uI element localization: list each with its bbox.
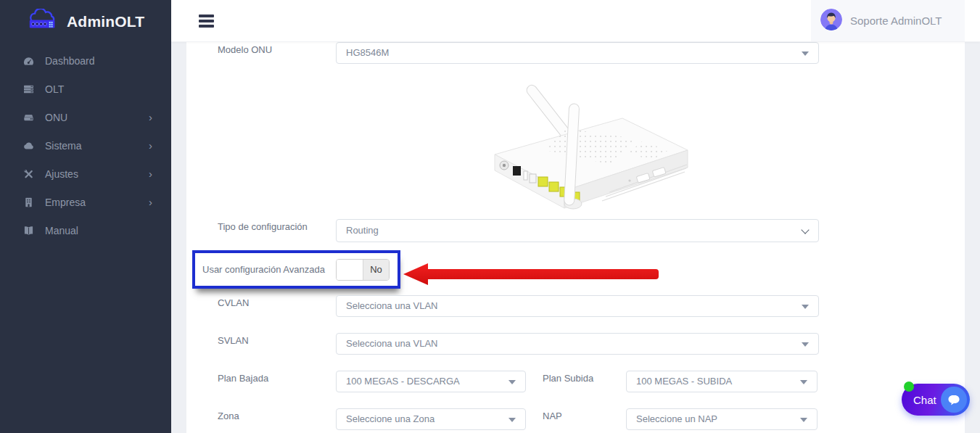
sidebar-item-manual[interactable]: Manual xyxy=(0,216,171,244)
dropdown-arrow-icon xyxy=(802,305,809,309)
dropdown-arrow-icon xyxy=(800,418,807,422)
select-chevron-icon xyxy=(801,226,809,234)
zona-select[interactable]: Seleccione una Zona xyxy=(336,408,526,430)
sidebar-item-olt[interactable]: OLT xyxy=(0,75,171,103)
chat-bubble-icon xyxy=(941,387,967,413)
chevron-right-icon: › xyxy=(149,197,152,207)
tipo-configuracion-select[interactable]: Routing xyxy=(336,219,819,242)
dashboard-gauge-icon xyxy=(22,55,35,67)
toggle-knob xyxy=(337,260,363,280)
cloud-icon xyxy=(22,140,35,152)
chevron-right-icon: › xyxy=(149,140,152,151)
modelo-onu-label: Modelo ONU xyxy=(218,44,272,55)
dropdown-arrow-icon xyxy=(800,380,807,384)
olt-server-icon xyxy=(22,83,35,95)
usar-config-avanzada-toggle[interactable]: No xyxy=(336,259,390,281)
sidebar-item-empresa[interactable]: Empresa › xyxy=(0,188,171,216)
dropdown-arrow-icon xyxy=(508,380,516,384)
topbar: Soporte AdminOLT xyxy=(171,0,980,42)
zona-label: Zona xyxy=(218,411,239,421)
brand-name: AdminOLT xyxy=(67,13,144,30)
sidebar-item-ajustes[interactable]: Ajustes › xyxy=(0,160,171,188)
sidebar-item-label: ONU xyxy=(45,112,149,123)
sidebar-item-label: Ajustes xyxy=(45,168,149,180)
sidebar-item-sistema[interactable]: Sistema › xyxy=(0,131,171,160)
cvlan-label: CVLAN xyxy=(218,297,249,308)
plan-bajada-label: Plan Bajada xyxy=(218,373,268,384)
sidebar: AdminOLT Dashboard OLT ONU › Sistema xyxy=(0,0,171,433)
nap-label: NAP xyxy=(543,411,562,421)
dropdown-arrow-icon xyxy=(802,342,809,347)
plan-bajada-select[interactable]: 100 MEGAS - DESCARGA xyxy=(336,371,526,392)
sidebar-item-label: OLT xyxy=(45,83,152,95)
avatar xyxy=(820,9,842,33)
onu-product-image xyxy=(457,69,696,220)
sidebar-item-label: Manual xyxy=(45,225,152,236)
sidebar-nav: Dashboard OLT ONU › Sistema › Aj xyxy=(0,46,171,244)
svlan-select[interactable]: Selecciona una VLAN xyxy=(336,333,819,355)
user-menu[interactable]: Soporte AdminOLT xyxy=(811,0,965,41)
chevron-right-icon: › xyxy=(149,168,152,179)
usar-config-avanzada-label: Usar configuración Avanzada xyxy=(202,264,325,275)
toggle-state-label: No xyxy=(363,260,389,280)
tipo-configuracion-label: Tipo de configuración xyxy=(218,221,308,232)
nap-select[interactable]: Seleccione un NAP xyxy=(626,408,818,430)
cvlan-select[interactable]: Selecciona una VLAN xyxy=(336,295,819,317)
building-icon xyxy=(22,197,35,208)
chevron-right-icon: › xyxy=(149,112,152,123)
onu-config-form: Modelo ONU HG8546M xyxy=(186,41,965,433)
sidebar-item-dashboard[interactable]: Dashboard xyxy=(0,46,171,75)
brand-cloud-olt-icon xyxy=(26,9,62,35)
user-name: Soporte AdminOLT xyxy=(850,15,942,27)
sidebar-item-label: Dashboard xyxy=(45,55,152,67)
annotation-arrow-icon xyxy=(402,261,662,290)
modelo-onu-select[interactable]: HG8546M xyxy=(336,42,819,64)
brand-logo[interactable]: AdminOLT xyxy=(0,0,171,44)
sidebar-item-label: Empresa xyxy=(45,197,149,208)
sidebar-item-label: Sistema xyxy=(45,140,149,152)
online-status-dot xyxy=(904,382,914,392)
chat-label: Chat xyxy=(913,394,936,406)
book-icon xyxy=(22,225,35,236)
onu-device-icon xyxy=(22,112,35,123)
dropdown-arrow-icon xyxy=(802,51,809,56)
dropdown-arrow-icon xyxy=(508,418,516,422)
tools-icon xyxy=(22,168,35,180)
sidebar-item-onu[interactable]: ONU › xyxy=(0,103,171,131)
menu-toggle-hamburger-icon[interactable] xyxy=(199,15,214,30)
plan-subida-label: Plan Subida xyxy=(543,373,593,384)
annotation-highlight-box: Usar configuración Avanzada No xyxy=(192,250,400,289)
chat-button[interactable]: Chat xyxy=(902,384,970,416)
plan-subida-select[interactable]: 100 MEGAS - SUBIDA xyxy=(626,371,818,392)
svlan-label: SVLAN xyxy=(218,335,249,346)
